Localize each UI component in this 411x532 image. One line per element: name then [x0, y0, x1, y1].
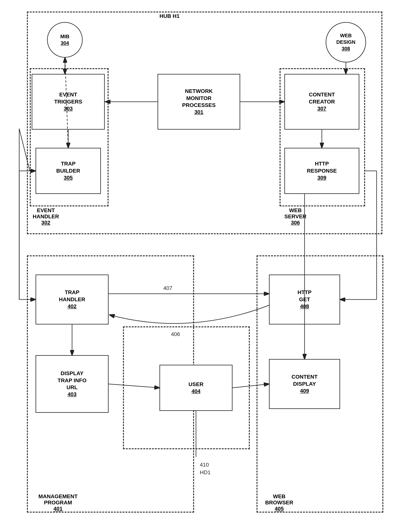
- hub-label: HUB H1: [159, 13, 179, 19]
- svg-text:410: 410: [200, 462, 209, 468]
- web-server-label: WEBSERVER306: [284, 207, 306, 226]
- user-inner-container: [123, 326, 250, 449]
- display-trap-info-box: DISPLAYTRAP INFOURL 403: [36, 355, 108, 413]
- management-program-label: MANAGEMENTPROGRAM401: [39, 494, 78, 512]
- content-display-box: CONTENTDISPLAY 409: [269, 359, 340, 409]
- web-design-circle: WEB DESIGN 308: [326, 22, 366, 62]
- mib-circle: MIB 304: [47, 22, 83, 57]
- network-monitor-box: NETWORKMONITORPROCESSES 301: [157, 74, 240, 130]
- http-get-box: HTTPGET 408: [269, 275, 340, 324]
- event-handler-label: EVENTHANDLER302: [33, 207, 59, 226]
- trap-handler-box: TRAPHANDLER 402: [36, 275, 108, 324]
- web-browser-label: WEBBROWSER405: [265, 494, 293, 512]
- event-handler-container: [30, 68, 108, 206]
- svg-text:HD1: HD1: [200, 469, 211, 475]
- web-server-container: [280, 68, 365, 206]
